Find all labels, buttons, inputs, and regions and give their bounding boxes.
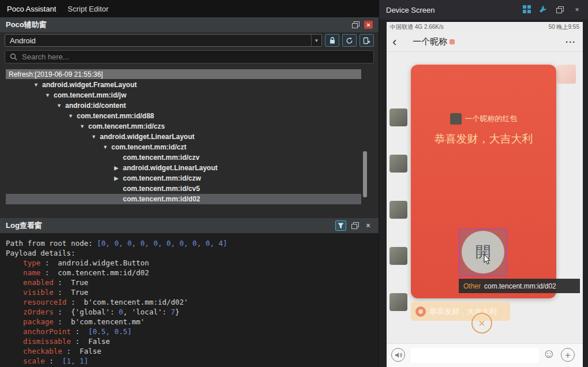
phone-screen[interactable]: 中国联通 4G 2.66K/s 50 晚上9:55 ‹ 一个昵称 ··· — [387, 22, 583, 367]
tree-node[interactable]: ▼com.tencent.mm:id/czs — [6, 121, 361, 132]
refresh-header[interactable]: Refresh:[2019-06-09 21:55:36] — [6, 69, 361, 79]
red-packet-message-bubble[interactable]: 恭喜发财，大吉大利 — [411, 302, 510, 321]
poco-panel-title: Poco辅助窗 — [6, 20, 47, 30]
grid-view-icon[interactable] — [523, 5, 531, 15]
log-line: type : android.widget.Button — [6, 258, 379, 268]
chevron-down-icon[interactable]: ▼ — [33, 82, 42, 88]
device-panel-title: Device Screen — [386, 6, 435, 14]
ui-hierarchy-tree: Refresh:[2019-06-09 21:55:36] ▼android.w… — [5, 65, 374, 217]
tree-node[interactable]: ▼android.widget.FrameLayout — [6, 80, 361, 90]
chevron-right-icon[interactable]: ▶ — [114, 165, 122, 171]
avatar[interactable] — [389, 155, 407, 173]
avatar[interactable] — [389, 247, 407, 265]
title-badge-icon — [450, 39, 455, 44]
tools-icon[interactable] — [539, 5, 547, 15]
tree-node-label: android.widget.FrameLayout — [42, 81, 137, 89]
voice-button[interactable] — [391, 348, 405, 362]
log-line: enabled : True — [6, 278, 379, 287]
filter-button[interactable] — [335, 220, 346, 231]
chat-title: 一个昵称 — [413, 36, 447, 47]
poco-panel-titlebar: Poco辅助窗 × — [0, 17, 379, 32]
lock-icon — [329, 37, 336, 44]
log-line: Path from root node: [0, 0, 0, 0, 0, 0, … — [6, 238, 379, 248]
inspect-highlight-box — [459, 229, 507, 276]
device-screen-panel: Device Screen × 中国联通 4G 2.66K/s 50 — [379, 0, 588, 367]
tree-node[interactable]: ▼android.widget.LinearLayout — [6, 132, 361, 142]
tree-node-label: com.tencent.mm:id/czt — [111, 143, 186, 151]
tree-node-label: com.tencent.mm:id/cv5 — [122, 185, 200, 193]
tree-node[interactable]: ▼com.tencent.mm:id/czt — [6, 142, 361, 152]
chevron-down-icon[interactable]: ▼ — [57, 103, 65, 108]
log-line: package : b'com.tencent.mm' — [6, 317, 379, 327]
device-panel-titlebar: Device Screen × — [379, 0, 588, 20]
avatar[interactable] — [389, 108, 407, 126]
close-overlay-button[interactable]: × — [471, 313, 492, 334]
tree-node[interactable]: com.tencent.mm:id/czv — [6, 152, 361, 163]
mouse-cursor-icon — [484, 254, 492, 268]
float-window-icon[interactable] — [351, 21, 360, 29]
tree-node-label: com.tencent.mm:id/jw — [53, 91, 126, 99]
search-input[interactable] — [22, 53, 369, 61]
log-output: Path from root node: [0, 0, 0, 0, 0, 0, … — [0, 233, 379, 367]
close-panel-icon[interactable]: × — [572, 6, 582, 14]
float-window-icon[interactable] — [350, 222, 359, 230]
red-packet-sender-row: 一个昵称的红包 — [411, 113, 556, 125]
avatar[interactable] — [557, 65, 576, 84]
search-icon — [10, 53, 17, 61]
tree-node[interactable]: ▶android.widget.LinearLayout — [6, 163, 361, 173]
chevron-down-icon[interactable]: ▼ — [68, 113, 76, 119]
platform-dropdown-value: Android — [10, 36, 36, 45]
more-button[interactable]: ··· — [565, 37, 576, 47]
chevron-down-icon[interactable]: ▼ — [103, 144, 111, 150]
tree-node-label: com.tencent.mm:id/czw — [122, 174, 201, 182]
message-input[interactable] — [411, 348, 539, 363]
tree-node[interactable]: ▼com.tencent.mm:id/jw — [6, 90, 361, 100]
status-right: 50 晚上9:55 — [549, 23, 579, 31]
sender-label: 一个昵称的红包 — [465, 114, 518, 124]
top-tabbar: Poco Assistant Script Editor — [0, 0, 379, 17]
close-panel-icon[interactable]: × — [364, 21, 373, 29]
platform-dropdown[interactable]: Android ▼ — [5, 34, 322, 47]
avatar[interactable] — [389, 293, 407, 311]
chat-input-bar: ☺ + — [387, 343, 583, 367]
lock-button[interactable] — [325, 34, 339, 47]
tree-node-label: android.widget.LinearLayout — [122, 164, 218, 172]
chevron-down-icon[interactable]: ▼ — [80, 123, 88, 129]
tree-node[interactable]: ▼android:id/content — [6, 100, 361, 111]
log-line: anchorPoint : [0.5, 0.5] — [6, 327, 379, 336]
capture-device-button[interactable] — [359, 34, 374, 47]
close-panel-icon[interactable]: × — [364, 222, 373, 230]
avatar[interactable] — [389, 201, 407, 219]
emoji-button[interactable]: ☺ — [542, 347, 555, 360]
attach-button[interactable]: + — [561, 348, 575, 362]
chat-nav-bar: ‹ 一个昵称 ··· — [387, 32, 583, 52]
chevron-down-icon[interactable]: ▼ — [311, 35, 321, 46]
log-panel-titlebar: Log查看窗 × — [0, 218, 379, 233]
tab-poco-assistant[interactable]: Poco Assistant — [1, 0, 62, 17]
tree-node[interactable]: ▼com.tencent.mm:id/d88 — [6, 111, 361, 121]
log-line: Payload details: — [6, 248, 379, 258]
red-packet-greeting: 恭喜发财，大吉大利 — [411, 132, 556, 147]
tree-node[interactable]: com.tencent.mm:id/d02 — [6, 194, 361, 204]
tab-script-editor[interactable]: Script Editor — [62, 0, 114, 17]
refresh-button[interactable] — [342, 34, 357, 47]
log-panel-title: Log查看窗 — [6, 220, 42, 231]
tree-node[interactable]: com.tencent.mm:id/cv5 — [6, 184, 361, 194]
log-line: name : com.tencent.mm:id/d02 — [6, 268, 379, 278]
device-mirror-area: 中国联通 4G 2.66K/s 50 晚上9:55 ‹ 一个昵称 ··· — [379, 20, 588, 367]
log-line: checkable : False — [6, 346, 379, 356]
log-line: zOrders : {'global': 0, 'local': 7} — [6, 307, 379, 317]
tree-node-label: android:id/content — [65, 102, 126, 110]
tree-node-label: com.tencent.mm:id/d02 — [122, 195, 200, 203]
log-line: dismissable : False — [6, 336, 379, 346]
chevron-right-icon[interactable]: ▶ — [114, 175, 122, 181]
chevron-down-icon[interactable]: ▼ — [91, 134, 99, 140]
back-icon[interactable]: ‹ — [392, 36, 396, 48]
tree-scrollbar[interactable] — [363, 151, 367, 197]
chevron-down-icon[interactable]: ▼ — [45, 92, 53, 98]
refresh-icon — [346, 37, 353, 44]
float-window-icon[interactable] — [555, 6, 564, 14]
log-line: visible : True — [6, 287, 379, 297]
tree-node[interactable]: ▶com.tencent.mm:id/czw — [6, 173, 361, 184]
log-line: resourceId : b'com.tencent.mm:id/d02' — [6, 297, 379, 307]
